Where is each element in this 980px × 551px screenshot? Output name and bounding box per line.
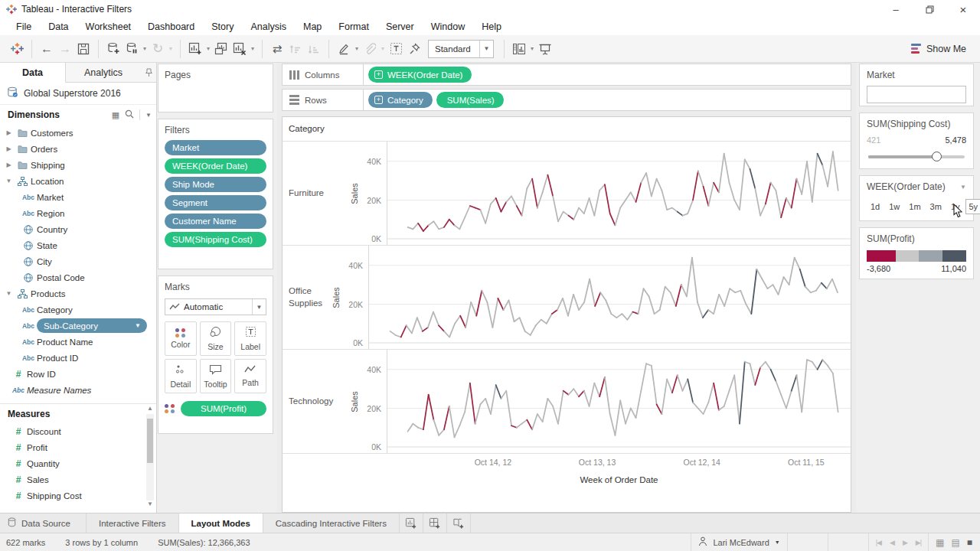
tab-data-source[interactable]: Data Source (0, 514, 87, 533)
scroll-down-icon[interactable]: ▼ (147, 500, 153, 510)
sheet-sorter-icon[interactable]: ▦ (936, 537, 944, 548)
highlight-icon[interactable] (335, 39, 353, 59)
detail-button[interactable]: Detail (165, 359, 197, 393)
dimensions-menu-caret[interactable]: ▼ (145, 112, 152, 119)
fix-axes-icon[interactable] (405, 39, 423, 59)
new-worksheet-icon[interactable] (186, 39, 204, 59)
run-update-caret[interactable]: ▾ (167, 45, 175, 52)
clear-sheet-icon[interactable] (230, 39, 249, 59)
filter-pill-ship-mode[interactable]: Ship Mode (165, 177, 266, 192)
expander-icon[interactable]: ▼ (4, 178, 14, 184)
filter-pill-sum-shipping-cost[interactable]: SUM(Shipping Cost) (165, 232, 266, 247)
button-5y[interactable]: 5y (965, 199, 980, 214)
scrollbar-thumb[interactable] (147, 419, 153, 463)
menu-window[interactable]: Window (423, 21, 473, 32)
measure-quantity[interactable]: #Quantity (0, 455, 156, 471)
sub-category-selected-pill[interactable]: Sub-Category▼ (37, 318, 147, 333)
field-products[interactable]: ▼Products (0, 285, 156, 302)
week-filter-caret[interactable]: ▼ (960, 184, 966, 191)
field-country[interactable]: Country (0, 221, 156, 237)
previous-icon[interactable]: ◀ (890, 539, 894, 546)
menu-file[interactable]: File (8, 21, 40, 32)
button-1w[interactable]: 1w (885, 199, 903, 214)
new-story-button[interactable] (447, 514, 471, 533)
user-menu-caret[interactable]: ▼ (775, 540, 780, 545)
slider-thumb[interactable] (932, 152, 942, 161)
menu-worksheet[interactable]: Worksheet (77, 21, 140, 32)
pane-pin-icon[interactable] (141, 63, 156, 82)
clear-sheet-caret[interactable]: ▾ (249, 45, 256, 52)
menu-data[interactable]: Data (40, 21, 77, 32)
view-data-icon[interactable]: ▦ (112, 110, 119, 120)
field-measure-names[interactable]: AbcMeasure Names (0, 382, 156, 398)
menu-map[interactable]: Map (295, 21, 330, 32)
color-button[interactable]: Color (165, 321, 197, 356)
find-field-icon[interactable] (125, 109, 134, 121)
measure-profit[interactable]: #Profit (0, 439, 156, 455)
mark-type-caret[interactable]: ▼ (252, 299, 266, 315)
field-location[interactable]: ▼Location (0, 173, 156, 189)
label-button[interactable]: Label (234, 321, 266, 356)
measures-scrollbar[interactable]: ▲ ▼ (145, 405, 155, 510)
undo-icon[interactable]: ← (38, 39, 56, 59)
datasource-row[interactable]: Global Superstore 2016 (0, 83, 156, 105)
field-sub-category[interactable]: Abc Sub-Category▼ (0, 318, 156, 334)
menu-story[interactable]: Story (203, 21, 242, 32)
format-icon[interactable] (361, 39, 379, 59)
market-filter-input[interactable] (867, 86, 966, 103)
sort-descending-icon[interactable] (305, 39, 323, 59)
fullscreen-icon[interactable]: ■ (967, 537, 972, 548)
next-icon[interactable]: ▶ (903, 539, 907, 546)
field-row-id[interactable]: #Row ID (0, 366, 156, 382)
field-city[interactable]: City (0, 253, 156, 269)
minimize-button[interactable]: – (879, 0, 913, 18)
marks-pill-sum-profit[interactable]: SUM(Profit) (181, 401, 266, 416)
show-mark-labels-icon[interactable] (387, 39, 405, 59)
new-worksheet-caret[interactable]: ▾ (204, 45, 212, 52)
last-icon[interactable]: ▶| (916, 539, 921, 546)
expand-pill-icon[interactable]: + (374, 96, 383, 104)
filter-pill-week-order-date[interactable]: WEEK(Order Date) (165, 158, 266, 174)
presentation-mode-icon[interactable] (536, 39, 554, 59)
format-caret[interactable]: ▾ (379, 45, 387, 52)
tab-data[interactable]: Data (0, 63, 66, 83)
field-customers[interactable]: ▶Customers (0, 125, 156, 141)
path-button[interactable]: Path (234, 359, 266, 393)
marks-card[interactable]: Marks Automatic ▼ Color Size Label (158, 276, 273, 434)
tooltip-button[interactable]: Tooltip (200, 359, 232, 393)
field-state[interactable]: State (0, 237, 156, 253)
line-chart-technology[interactable] (387, 350, 851, 453)
field-product-name[interactable]: AbcProduct Name (0, 334, 156, 350)
new-worksheet-button[interactable] (400, 514, 423, 533)
fit-selector-caret[interactable]: ▼ (479, 41, 493, 57)
expander-icon[interactable]: ▶ (4, 145, 14, 152)
measure-discount[interactable]: #Discount (0, 423, 156, 439)
pause-auto-updates-icon[interactable] (122, 39, 141, 59)
button-3m[interactable]: 3m (926, 199, 946, 214)
filters-card[interactable]: Filters Market WEEK(Order Date) Ship Mod… (158, 119, 273, 269)
size-button[interactable]: Size (200, 321, 232, 356)
columns-shelf[interactable]: Columns + WEEK(Order Date) (282, 64, 851, 86)
user-menu[interactable]: Lari McEdward ▼ (698, 536, 779, 548)
first-icon[interactable]: |◀ (876, 539, 881, 546)
line-chart-furniture[interactable] (387, 142, 851, 245)
rows-shelf[interactable]: Rows + Category SUM(Sales) (282, 89, 851, 111)
tab-analytics[interactable]: Analytics (66, 63, 141, 82)
tab-layout-modes[interactable]: Layout Modes (179, 514, 263, 533)
menu-help[interactable]: Help (473, 21, 510, 32)
button-1m[interactable]: 1m (905, 199, 924, 214)
shipping-cost-slider[interactable] (868, 152, 965, 161)
run-update-icon[interactable]: ↻ (149, 39, 167, 59)
highlight-caret[interactable]: ▾ (353, 45, 361, 52)
menu-analysis[interactable]: Analysis (242, 21, 295, 32)
pause-auto-updates-caret[interactable]: ▾ (141, 45, 149, 52)
pill-caret-icon[interactable]: ▼ (135, 322, 141, 329)
measure-shipping-cost[interactable]: #Shipping Cost (0, 487, 156, 504)
field-orders[interactable]: ▶Orders (0, 141, 156, 157)
field-market[interactable]: AbcMarket (0, 189, 156, 205)
pages-card[interactable]: Pages (158, 64, 273, 112)
expander-icon[interactable]: ▼ (4, 290, 14, 297)
filter-pill-market[interactable]: Market (165, 140, 266, 155)
field-shipping[interactable]: ▶Shipping (0, 157, 156, 173)
restore-button[interactable] (913, 0, 946, 18)
